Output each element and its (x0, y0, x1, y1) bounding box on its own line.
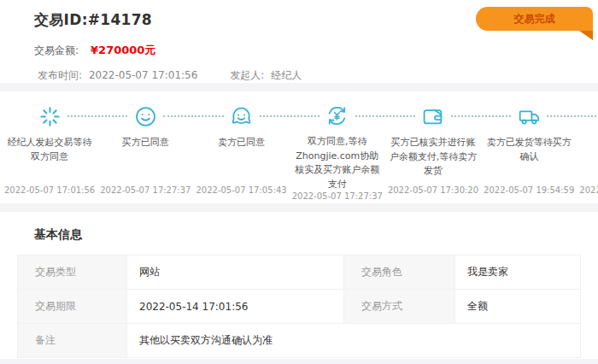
section-divider (0, 203, 598, 212)
timeline-step-shipped: 卖方已发货等待买方确认 2022-05-07 19:54:59 (481, 104, 577, 195)
step-date: 2022-05-07 19:54:59 (484, 185, 574, 195)
basic-info-heading: 基本信息 (34, 227, 581, 243)
amount-row: 交易金额: ¥270000元 (34, 43, 598, 58)
truck-icon (518, 104, 541, 128)
timeline-step-verify-payment: 双方同意,等待Zhongjie.com协助核实及买方账户余额支付 2022-05… (290, 104, 385, 195)
timeline-step-buyer-agreed: 买方已同意 2022-05-07 17:27:37 (97, 104, 193, 195)
amount-label: 交易金额: (34, 44, 79, 58)
basic-info-table: 交易类型 网站 交易角色 我是卖家 交易期限 2022-05-14 17:01:… (17, 255, 581, 358)
step-label: 买方已核实并进行账户余额支付,等待卖方发货 (388, 136, 478, 185)
initiator-label: 发起人: (230, 69, 264, 81)
yuan-refresh-icon (325, 104, 349, 127)
trade-type-label: 交易类型 (18, 255, 127, 290)
status-badge-fold (579, 31, 593, 40)
step-label: 双方同意,等待Zhongjie.com协助核实及买方账户余额支付 (292, 135, 383, 191)
trade-type-value: 网站 (127, 255, 344, 290)
status-badge[interactable]: 交易完成 (476, 7, 593, 31)
step-date: 2022-05-07 17:27:37 (292, 191, 383, 201)
publish-time: 发布时间: 2022-05-07 17:01:56 (34, 68, 197, 83)
step-date: 2022-05-09 14:34:49 (579, 185, 598, 195)
remark-value: 其他以买卖双方沟通确认为准 (127, 324, 581, 358)
timeline-step-complete: 交易完成 2022-05-09 14:34:49 (577, 104, 598, 195)
burst-icon (38, 104, 62, 128)
step-date: 2022-05-07 17:05:43 (196, 185, 286, 195)
wallet-icon (421, 104, 444, 128)
publish-time-label: 发布时间: (38, 69, 82, 81)
remark-label: 备注 (18, 324, 127, 358)
meta-row: 发布时间: 2022-05-07 17:01:56 发起人: 经纪人 (34, 68, 598, 83)
smile-icon (134, 104, 157, 128)
transaction-timeline: 经纪人发起交易等待双方同意 2022-05-07 17:01:56 买方已同意 … (0, 91, 598, 203)
smile-ears-icon (230, 104, 253, 128)
section-divider (0, 83, 598, 91)
step-label: 卖方已同意 (218, 136, 265, 185)
trade-method-value: 全额 (455, 290, 581, 324)
trade-role-label: 交易角色 (344, 255, 455, 290)
trade-method-label: 交易方式 (344, 290, 455, 324)
step-label: 经纪人发起交易等待双方同意 (4, 136, 95, 185)
initiator-value: 经纪人 (271, 69, 302, 81)
publish-time-value: 2022-05-07 17:01:56 (89, 69, 197, 81)
basic-info-section: 基本信息 交易类型 网站 交易角色 我是卖家 交易期限 2022-05-14 1… (0, 212, 598, 359)
step-date: 2022-05-07 17:01:56 (4, 185, 95, 195)
status-badge-label: 交易完成 (514, 12, 555, 26)
step-date: 2022-05-07 17:27:37 (100, 185, 191, 195)
trade-deadline-value: 2022-05-14 17:01:56 (127, 290, 344, 324)
trade-role-value: 我是卖家 (455, 255, 581, 290)
timeline-step-paid: 买方已核实并进行账户余额支付,等待卖方发货 2022-05-07 17:30:2… (385, 104, 481, 195)
timeline-step-initiated: 经纪人发起交易等待双方同意 2022-05-07 17:01:56 (2, 104, 97, 195)
amount-value: ¥270000元 (91, 43, 155, 58)
trade-deadline-label: 交易期限 (18, 290, 127, 324)
initiator: 发起人: 经纪人 (226, 68, 302, 83)
step-label: 卖方已发货等待买方确认 (484, 136, 574, 185)
transaction-header: 交易ID:#14178 交易完成 交易金额: ¥270000元 发布时间: 20… (0, 0, 598, 83)
step-date: 2022-05-07 17:30:20 (388, 185, 478, 195)
timeline-step-seller-agreed: 卖方已同意 2022-05-07 17:05:43 (193, 104, 289, 195)
step-label: 买方已同意 (122, 136, 169, 185)
